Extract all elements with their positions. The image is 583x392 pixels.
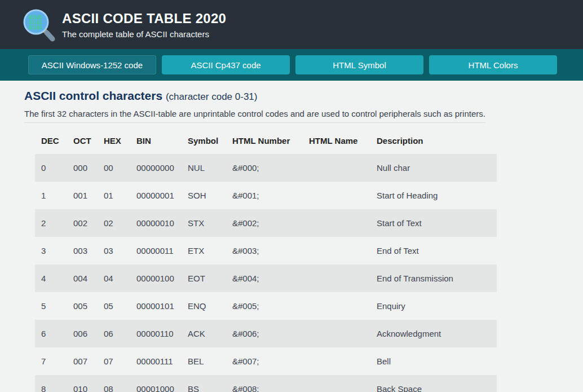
table-row: 80100800001000BS&#008;Back Space bbox=[35, 375, 497, 392]
table-cell: 04 bbox=[98, 265, 130, 292]
table-cell bbox=[303, 265, 370, 292]
table-cell: 004 bbox=[67, 265, 98, 292]
table-cell: 003 bbox=[67, 237, 98, 265]
table-cell: 05 bbox=[98, 292, 130, 320]
site-header: 01101 01101 01101 ASCII CODE TABLE 2020 … bbox=[0, 0, 583, 49]
table-cell bbox=[303, 209, 370, 237]
table-cell: 00000001 bbox=[130, 182, 182, 209]
site-logo: 01101 01101 01101 bbox=[21, 7, 56, 42]
ascii-control-characters-table: DECOCTHEXBINSymbolHTML NumberHTML NameDe… bbox=[35, 128, 497, 392]
table-cell: End of Transmission bbox=[370, 265, 497, 292]
ascii-table-wrapper: DECOCTHEXBINSymbolHTML NumberHTML NameDe… bbox=[35, 128, 583, 392]
table-cell: BS bbox=[182, 375, 226, 392]
table-cell: ETX bbox=[182, 237, 226, 265]
table-cell: 002 bbox=[67, 209, 98, 237]
table-row: 30030300000011ETX&#003;End of Text bbox=[35, 237, 497, 265]
table-cell: STX bbox=[182, 209, 226, 237]
table-cell: EOT bbox=[182, 265, 226, 292]
table-cell: 7 bbox=[35, 347, 67, 375]
table-cell: &#008; bbox=[226, 375, 303, 392]
table-cell: &#002; bbox=[226, 209, 303, 237]
table-cell: &#007; bbox=[226, 347, 303, 375]
main-nav: ASCII Windows-1252 code ASCII Cp437 code… bbox=[0, 49, 583, 81]
nav-button-html-symbol[interactable]: HTML Symbol bbox=[295, 55, 423, 74]
table-cell: 001 bbox=[67, 182, 98, 209]
nav-button-ascii-windows-1252[interactable]: ASCII Windows-1252 code bbox=[28, 55, 156, 74]
table-row: 00000000000000NUL&#000;Null char bbox=[35, 154, 497, 182]
column-header: OCT bbox=[67, 128, 98, 154]
table-cell: Start of Heading bbox=[370, 182, 497, 209]
table-cell bbox=[303, 154, 370, 182]
ascii-table-head-row: DECOCTHEXBINSymbolHTML NumberHTML NameDe… bbox=[35, 128, 497, 154]
table-cell: Bell bbox=[370, 347, 497, 375]
page-title: ASCII control characters (character code… bbox=[24, 89, 583, 103]
table-cell bbox=[303, 347, 370, 375]
table-cell: 0 bbox=[35, 154, 67, 182]
table-cell bbox=[303, 182, 370, 209]
table-cell: 01 bbox=[98, 182, 130, 209]
nav-button-html-colors[interactable]: HTML Colors bbox=[429, 55, 557, 74]
site-subtitle: The complete table of ASCII characters bbox=[62, 29, 226, 39]
column-header: HTML Number bbox=[226, 128, 303, 154]
table-cell: Back Space bbox=[370, 375, 497, 392]
table-row: 70070700000111BEL&#007;Bell bbox=[35, 347, 497, 375]
column-header: BIN bbox=[130, 128, 182, 154]
table-cell: Start of Text bbox=[370, 209, 497, 237]
table-cell: 000 bbox=[67, 154, 98, 182]
table-row: 50050500000101ENQ&#005;Enquiry bbox=[35, 292, 497, 320]
table-cell: &#006; bbox=[226, 320, 303, 347]
table-cell bbox=[303, 237, 370, 265]
table-row: 20020200000010STX&#002;Start of Text bbox=[35, 209, 497, 237]
column-header: Description bbox=[370, 128, 497, 154]
table-cell: 1 bbox=[35, 182, 67, 209]
table-cell: 005 bbox=[67, 292, 98, 320]
table-cell: 00 bbox=[98, 154, 130, 182]
table-cell: 8 bbox=[35, 375, 67, 392]
page-title-text: ASCII control characters bbox=[24, 89, 162, 102]
column-header: HEX bbox=[98, 128, 130, 154]
header-text: ASCII CODE TABLE 2020 The complete table… bbox=[62, 11, 226, 39]
table-cell: &#004; bbox=[226, 265, 303, 292]
table-cell: 07 bbox=[98, 347, 130, 375]
table-cell: 00000111 bbox=[130, 347, 182, 375]
table-cell: 03 bbox=[98, 237, 130, 265]
table-cell: Enquiry bbox=[370, 292, 497, 320]
table-cell: 00000010 bbox=[130, 209, 182, 237]
table-cell bbox=[303, 375, 370, 392]
table-cell: NUL bbox=[182, 154, 226, 182]
table-cell: ACK bbox=[182, 320, 226, 347]
table-cell: 00000011 bbox=[130, 237, 182, 265]
table-cell: 006 bbox=[67, 320, 98, 347]
site-title: ASCII CODE TABLE 2020 bbox=[62, 11, 226, 27]
main-content: ASCII control characters (character code… bbox=[0, 81, 583, 392]
table-cell: &#001; bbox=[226, 182, 303, 209]
column-header: HTML Name bbox=[303, 128, 370, 154]
table-cell: 5 bbox=[35, 292, 67, 320]
table-cell: 007 bbox=[67, 347, 98, 375]
table-cell: 00000000 bbox=[130, 154, 182, 182]
table-cell: ENQ bbox=[182, 292, 226, 320]
table-cell: 6 bbox=[35, 320, 67, 347]
table-cell: 08 bbox=[98, 375, 130, 392]
table-cell: 00000100 bbox=[130, 265, 182, 292]
table-cell: 02 bbox=[98, 209, 130, 237]
table-cell bbox=[303, 292, 370, 320]
table-row: 60060600000110ACK&#006;Acknowledgment bbox=[35, 320, 497, 347]
table-cell: 3 bbox=[35, 237, 67, 265]
nav-button-ascii-cp437[interactable]: ASCII Cp437 code bbox=[162, 55, 290, 74]
svg-text:01101: 01101 bbox=[29, 25, 42, 30]
table-cell: &#005; bbox=[226, 292, 303, 320]
svg-text:01101: 01101 bbox=[29, 15, 42, 20]
table-cell: End of Text bbox=[370, 237, 497, 265]
ascii-table-body: 00000000000000NUL&#000;Null char10010100… bbox=[35, 154, 497, 392]
table-cell: Acknowledgment bbox=[370, 320, 497, 347]
table-cell bbox=[303, 320, 370, 347]
table-cell: SOH bbox=[182, 182, 226, 209]
table-row: 10010100000001SOH&#001;Start of Heading bbox=[35, 182, 497, 209]
table-cell: 00001000 bbox=[130, 375, 182, 392]
intro-text: The first 32 characters in the ASCII-tab… bbox=[24, 109, 485, 123]
table-cell: 00000110 bbox=[130, 320, 182, 347]
svg-text:01101: 01101 bbox=[29, 20, 42, 25]
table-cell: Null char bbox=[370, 154, 497, 182]
table-cell: BEL bbox=[182, 347, 226, 375]
